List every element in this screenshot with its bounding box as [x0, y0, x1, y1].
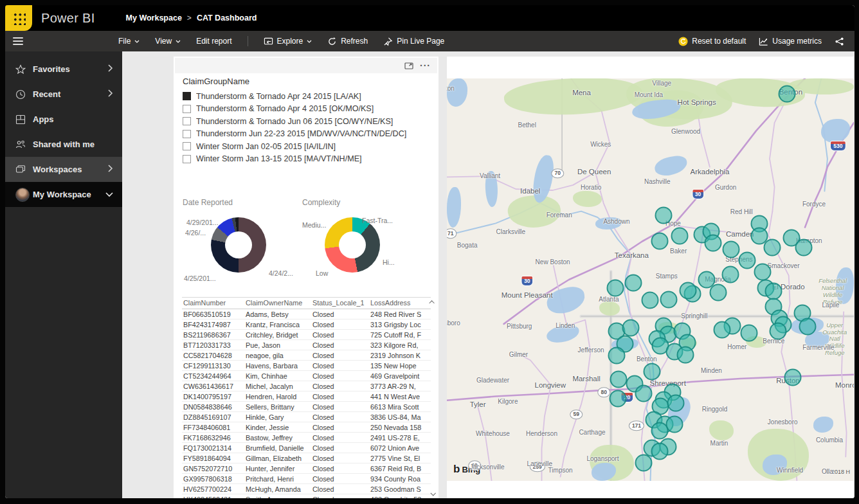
slicer-option[interactable]: Winter Storm Jan 13-15 2015 [MA/VT/NH/ME… — [183, 153, 433, 166]
date-reported-donut-chart[interactable] — [211, 217, 266, 273]
table-row[interactable]: CT5234244964Kim, ChinhaeClosed469 Gravel… — [182, 371, 431, 381]
map-bubble[interactable] — [784, 369, 802, 386]
map-bubble[interactable] — [635, 385, 652, 402]
table-row[interactable]: DN0584838646Sellers, BrittanyClosed6613 … — [182, 402, 431, 412]
sidebar-item-label: Workspaces — [33, 165, 82, 174]
table-row[interactable]: GX9957806318Pritchard, HenriClosed934 Co… — [182, 474, 431, 484]
map-bubble[interactable] — [754, 264, 772, 281]
checkbox[interactable] — [183, 155, 191, 163]
focus-mode-icon[interactable] — [404, 62, 413, 69]
slicer-option[interactable]: Thunderstorm & Tornado Apr 24 2015 [LA/A… — [183, 90, 433, 103]
slicer-option[interactable]: Thunderstorm & Tornado Apr 4 2015 [OK/MO… — [183, 103, 433, 116]
table-cell: Closed — [311, 309, 369, 320]
map-bubble[interactable] — [704, 235, 721, 252]
table-scroll-down-button[interactable] — [430, 491, 435, 496]
checkbox[interactable] — [183, 117, 191, 125]
column-header[interactable]: ClaimNumber — [182, 298, 244, 309]
sidebar-item-apps[interactable]: Apps — [5, 107, 122, 132]
map-bubble[interactable] — [679, 282, 696, 299]
more-options-icon[interactable]: ··· — [420, 62, 431, 69]
map-bubble[interactable] — [610, 371, 628, 388]
map-bubble[interactable] — [607, 280, 624, 297]
map-bubble[interactable] — [641, 291, 658, 309]
table-row[interactable]: BF0663510519Adams, BetsyClosed248 Red Ri… — [182, 309, 431, 320]
map-bubble[interactable] — [660, 291, 677, 309]
checkbox[interactable] — [183, 105, 191, 113]
column-header[interactable]: LossAddress — [369, 298, 431, 309]
table-row[interactable]: FK7168632946Bastow, JeffreyClosed2491 US… — [182, 433, 431, 443]
table-cell: Kinder, Jessie — [244, 422, 311, 433]
file-menu-button[interactable]: File — [118, 37, 140, 46]
map-bubble[interactable] — [676, 346, 694, 364]
table-row[interactable]: FY5891864094Gillman, ElizabethClosed2775… — [182, 453, 431, 464]
checkbox[interactable] — [183, 92, 191, 100]
map-bubble[interactable] — [741, 325, 758, 342]
map-bubble[interactable] — [651, 232, 669, 249]
map-bubble[interactable] — [671, 227, 689, 244]
map-bubble[interactable] — [738, 251, 755, 269]
slicer-option[interactable]: Winter Storm Jan 02-05 2015 [IA/IL/IN] — [183, 140, 433, 153]
refresh-button[interactable]: Refresh — [327, 37, 368, 46]
column-header[interactable]: Status_Locale_1 — [311, 298, 369, 309]
map-bubble[interactable] — [655, 206, 672, 224]
table-cell: HV6257700224 — [182, 484, 244, 494]
map-bubble[interactable] — [609, 390, 626, 408]
table-row[interactable]: BT7120331733Pue, JasonClosed323 Kilgore … — [182, 340, 431, 350]
map-bubble[interactable] — [624, 274, 642, 292]
share-button[interactable] — [835, 37, 844, 46]
map-bubble[interactable] — [622, 320, 640, 337]
reset-to-default-button[interactable]: Reset to default — [678, 37, 746, 46]
table-row[interactable]: DZ8845169107Hinkle, GaryClosed3836 US-84… — [182, 412, 431, 422]
hamburger-menu-button[interactable] — [13, 37, 23, 45]
table-row[interactable]: CC5821704628neagoe, gilaClosed2319 Johns… — [182, 350, 431, 361]
table-row[interactable]: CW6361436617Michel, JacalynClosed3773 AR… — [182, 381, 431, 392]
map-bubble[interactable] — [778, 85, 795, 102]
edit-report-button[interactable]: Edit report — [196, 37, 231, 46]
map-bubble[interactable] — [799, 318, 817, 336]
map-bubble[interactable] — [795, 239, 813, 256]
app-launcher-button[interactable] — [5, 5, 32, 31]
complexity-donut-chart[interactable] — [325, 217, 380, 273]
table-row[interactable]: BS2119686367Critchley, BridgetClosed725 … — [182, 330, 431, 340]
sidebar-item-favorites[interactable]: Favorites — [5, 57, 122, 82]
explore-menu-button[interactable]: Explore — [264, 37, 312, 46]
slicer-options: Thunderstorm & Tornado Apr 24 2015 [LA/A… — [183, 90, 433, 165]
map-bubble[interactable] — [723, 241, 740, 258]
map-bubble[interactable] — [721, 266, 739, 283]
usage-metrics-button[interactable]: Usage metrics — [759, 37, 822, 46]
table-row[interactable]: HX4084562431Smith, AnneClosed483 Ouachit… — [182, 494, 431, 499]
checkbox[interactable] — [183, 130, 191, 138]
view-menu-button[interactable]: View — [155, 37, 181, 46]
table-scroll-up-button[interactable] — [430, 299, 435, 305]
table-row[interactable]: GN5752072710Hunter, JenniferClosed6367 R… — [182, 464, 431, 474]
breadcrumb-dashboard[interactable]: CAT Dashboard — [197, 14, 257, 22]
table-row[interactable]: CF1299113130Havens, BarbaraClosed135 New… — [182, 361, 431, 371]
table-row[interactable]: BF4243174987Krantz, FranciscaClosed313 G… — [182, 320, 431, 330]
table-row[interactable]: FF7348406081Kinder, JessieClosed250 Neva… — [182, 422, 431, 433]
checkbox[interactable] — [183, 142, 191, 150]
sidebar-item-my-workspace[interactable]: My Workspace — [5, 182, 122, 207]
table-row[interactable]: FQ1730021314Brumfield, DanielleClosed607… — [182, 443, 431, 453]
map-bubble[interactable] — [651, 422, 669, 439]
slicer-option[interactable]: Thunderstorm & Tornado Jun 06 2015 [CO/W… — [183, 115, 433, 128]
map-bubble[interactable] — [709, 284, 727, 302]
top-bar: Power BI My Workspace > CAT Dashboard — [5, 5, 854, 31]
map-bubble[interactable] — [667, 395, 684, 412]
sidebar-item-shared-with-me[interactable]: Shared with me — [5, 132, 122, 157]
map-bubble[interactable] — [764, 239, 781, 256]
map-bubble[interactable] — [770, 323, 787, 340]
table-row[interactable]: DK1400795197Hendren, HaroldClosed441 N W… — [182, 392, 431, 402]
map-bubble[interactable] — [713, 321, 730, 339]
sidebar-item-workspaces[interactable]: Workspaces — [5, 157, 122, 182]
map-bubble[interactable] — [644, 363, 661, 380]
breadcrumb-workspace[interactable]: My Workspace — [126, 14, 182, 22]
map-bubble[interactable] — [651, 443, 669, 460]
map-bubble[interactable] — [608, 346, 625, 364]
column-header[interactable]: ClaimOwnerName — [244, 298, 311, 309]
map[interactable]: bBing © 2018 H 7071305303080205917169259… — [447, 78, 854, 481]
slicer-option[interactable]: Thunderstorm Jun 22-23 2015 [MD/WV/VA/NC… — [183, 128, 433, 141]
pin-live-page-button[interactable]: Pin Live Page — [383, 37, 444, 46]
table-row[interactable]: HV6257700224McHugh, AmandaClosed253 Good… — [182, 484, 431, 494]
map-bubble[interactable] — [635, 454, 652, 471]
sidebar-item-recent[interactable]: Recent — [5, 82, 122, 107]
